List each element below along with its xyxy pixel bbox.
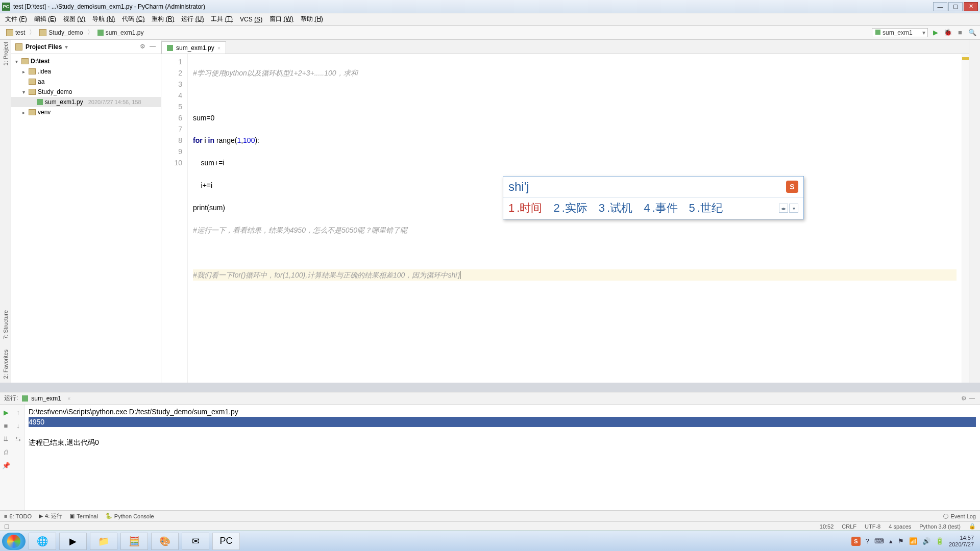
ime-candidate-4[interactable]: 4.事件: [644, 201, 677, 216]
tab-python-console[interactable]: 🐍 Python Console: [105, 513, 154, 519]
close-tab-icon[interactable]: ×: [217, 45, 220, 51]
menu-vcs[interactable]: VCS (S): [237, 15, 265, 24]
status-line-sep[interactable]: CRLF: [842, 523, 856, 530]
file-meta: 2020/7/27 14:56, 158: [88, 99, 141, 105]
maximize-button[interactable]: ▢: [948, 2, 963, 11]
tray-help-icon[interactable]: ?: [866, 537, 869, 545]
toolwindow-favorites[interactable]: 2: Favorites: [3, 349, 9, 379]
tab-run[interactable]: ▶ 4: 运行: [39, 512, 62, 520]
run-button[interactable]: ▶: [931, 28, 940, 37]
tray-flag-icon[interactable]: ⚑: [898, 537, 904, 545]
menu-navigate[interactable]: 导航 (N): [89, 14, 118, 24]
tray-volume-icon[interactable]: 🔊: [922, 537, 930, 545]
start-button[interactable]: [2, 533, 26, 550]
scroll-end-button[interactable]: ⇊: [2, 434, 11, 443]
project-tree[interactable]: ▾D:\test ▸.idea aa ▾Study_demo sum_exm1.…: [11, 54, 161, 119]
folder-icon: [29, 68, 36, 74]
ime-next-page[interactable]: ▾: [789, 204, 798, 213]
run-config-dropdown[interactable]: sum_exm1: [872, 28, 928, 37]
sidebar-collapse-button[interactable]: —: [149, 43, 157, 51]
tray-battery-icon[interactable]: 🔋: [936, 537, 944, 545]
ime-prev-page[interactable]: ◂▸: [779, 204, 788, 213]
sidebar-settings-button[interactable]: ⚙: [138, 43, 146, 51]
run-tab-sum-exm1[interactable]: sum_exm1×: [18, 393, 75, 404]
menu-code[interactable]: 代码 (C): [119, 14, 148, 24]
editor-tab-sum-exm1[interactable]: sum_exm1.py ×: [161, 41, 226, 54]
tray-network-icon[interactable]: 📶: [909, 537, 917, 545]
taskbar-app1[interactable]: 🎨: [151, 533, 179, 550]
taskbar-explorer[interactable]: 📁: [90, 533, 117, 550]
status-indent[interactable]: 4 spaces: [889, 523, 911, 530]
status-encoding[interactable]: UTF-8: [865, 523, 880, 530]
chevron-down-icon[interactable]: ▾: [65, 43, 68, 51]
toolwindow-project[interactable]: 1: Project: [3, 42, 9, 65]
menu-window[interactable]: 窗口 (W): [266, 14, 297, 24]
stop-run-button[interactable]: ■: [2, 421, 11, 430]
menu-edit[interactable]: 编辑 (E): [31, 14, 59, 24]
pin-button[interactable]: 📌: [2, 461, 11, 470]
tab-terminal[interactable]: ▣ Terminal: [69, 513, 98, 519]
soft-wrap-button[interactable]: ⇆: [14, 434, 23, 443]
status-corner-icon[interactable]: ▢: [4, 523, 9, 530]
chevron-right-icon: 〉: [86, 28, 94, 37]
bottom-tool-tabs: ≡ 6: TODO ▶ 4: 运行 ▣ Terminal 🐍 Python Co…: [0, 510, 980, 521]
crumb-file[interactable]: sum_exm1.py: [94, 28, 147, 37]
run-hide-button[interactable]: —: [968, 395, 976, 402]
debug-button[interactable]: 🐞: [943, 28, 952, 37]
folder-icon: [29, 109, 36, 115]
down-stack-button[interactable]: ↓: [14, 421, 23, 430]
taskbar-calc[interactable]: 🧮: [120, 533, 148, 550]
toolwindow-structure[interactable]: 7: Structure: [3, 310, 9, 339]
minimize-button[interactable]: —: [933, 2, 947, 11]
menu-run[interactable]: 运行 (U): [178, 14, 207, 24]
crumb-folder[interactable]: Study_demo: [36, 28, 86, 37]
ime-candidate-1[interactable]: 1.时间: [508, 201, 542, 216]
menu-help[interactable]: 帮助 (H): [298, 14, 326, 24]
folder-icon: [39, 29, 46, 36]
menu-file[interactable]: 文件 (F): [2, 14, 30, 24]
run-console[interactable]: D:\test\venv\Scripts\python.exe D:/test/…: [24, 405, 980, 510]
ime-candidate-window[interactable]: shi'j S 1.时间 2.实际 3.试机 4.事件 5.世纪 ◂▸ ▾: [503, 176, 804, 219]
ime-candidate-2[interactable]: 2.实际: [553, 201, 587, 216]
crumb-project[interactable]: test: [3, 28, 28, 37]
taskbar-mail[interactable]: ✉: [182, 533, 209, 550]
python-file-icon: [37, 99, 43, 105]
windows-orb-icon: [7, 535, 20, 548]
status-caret-pos[interactable]: 10:52: [820, 523, 834, 530]
console-output: 4950: [29, 417, 976, 427]
tree-venv[interactable]: ▸venv: [11, 107, 161, 117]
tray-sogou-icon[interactable]: S: [851, 537, 861, 546]
stop-button[interactable]: ■: [955, 28, 965, 37]
print-button[interactable]: ⎙: [2, 447, 11, 457]
status-lock-icon[interactable]: 🔒: [969, 523, 976, 530]
tree-file-sum-exm1[interactable]: sum_exm1.py2020/7/27 14:56, 158: [11, 97, 161, 107]
menu-view[interactable]: 视图 (V): [60, 14, 88, 24]
menu-refactor[interactable]: 重构 (R): [149, 14, 177, 24]
tree-aa[interactable]: aa: [11, 77, 161, 87]
close-icon[interactable]: ×: [67, 395, 70, 402]
status-interpreter[interactable]: Python 3.8 (test): [919, 523, 961, 530]
tree-idea[interactable]: ▸.idea: [11, 66, 161, 77]
tray-chevron-icon[interactable]: ▴: [889, 537, 893, 545]
ime-candidate-5[interactable]: 5.世纪: [689, 201, 723, 216]
rerun-button[interactable]: ▶: [2, 408, 11, 417]
taskbar-ie[interactable]: 🌐: [29, 533, 56, 550]
taskbar-pycharm[interactable]: PC: [212, 533, 240, 550]
tray-keyboard-icon[interactable]: ⌨: [874, 537, 884, 545]
up-stack-button[interactable]: ↑: [14, 408, 23, 417]
search-everywhere-button[interactable]: 🔍: [968, 28, 977, 37]
ime-candidate-3[interactable]: 3.试机: [599, 201, 632, 216]
run-settings-button[interactable]: ⚙: [960, 395, 968, 402]
tree-root[interactable]: ▾D:\test: [11, 56, 161, 66]
menu-tools[interactable]: 工具 (T): [208, 14, 236, 24]
tab-event-log[interactable]: Event Log: [943, 513, 976, 519]
tab-todo[interactable]: ≡ 6: TODO: [4, 513, 32, 519]
inspection-strip[interactable]: [962, 54, 969, 383]
taskbar-media[interactable]: ▶: [59, 533, 87, 550]
close-button[interactable]: ✕: [964, 2, 978, 11]
sidebar-title[interactable]: Project Files: [26, 43, 62, 51]
warning-marker[interactable]: [962, 57, 969, 60]
tree-study-demo[interactable]: ▾Study_demo: [11, 87, 161, 97]
tray-clock[interactable]: 14:57 2020/7/27: [949, 535, 974, 548]
windows-taskbar: 🌐 ▶ 📁 🧮 🎨 ✉ PC S ? ⌨ ▴ ⚑ 📶 🔊 🔋 14:57 202…: [0, 531, 980, 551]
